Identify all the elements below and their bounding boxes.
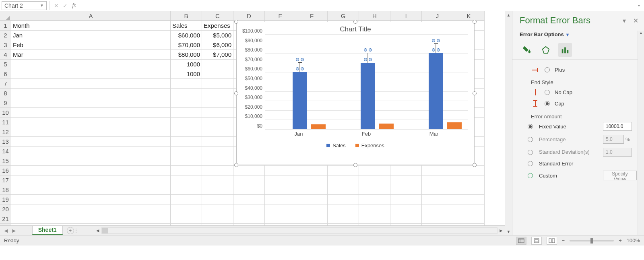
cell[interactable] bbox=[265, 175, 296, 185]
selection-handle[interactable] bbox=[301, 58, 304, 61]
cell[interactable] bbox=[453, 214, 485, 224]
radio-fixed[interactable] bbox=[528, 124, 533, 129]
cell[interactable] bbox=[390, 204, 422, 214]
row-header[interactable]: 1 bbox=[0, 21, 11, 31]
cell[interactable] bbox=[233, 175, 265, 185]
cell[interactable]: Month bbox=[11, 21, 171, 31]
cell[interactable] bbox=[359, 185, 390, 195]
horizontal-scrollbar[interactable]: ◄ ► bbox=[94, 226, 505, 235]
resize-handle[interactable] bbox=[473, 91, 477, 95]
row-header[interactable]: 3 bbox=[0, 40, 11, 50]
cell[interactable]: $7,000 bbox=[202, 50, 233, 60]
cell[interactable] bbox=[422, 214, 453, 224]
normal-view-button[interactable] bbox=[516, 237, 526, 245]
cell[interactable] bbox=[296, 195, 328, 204]
cell[interactable] bbox=[11, 60, 171, 69]
specify-value-button[interactable]: Specify Value bbox=[603, 171, 637, 180]
selection-handle[interactable] bbox=[301, 67, 304, 70]
column-header[interactable]: F bbox=[296, 11, 328, 21]
fx-icon[interactable]: fx bbox=[70, 1, 78, 10]
cell[interactable]: $5,000 bbox=[202, 31, 233, 40]
direction-plus-option[interactable]: Plus bbox=[531, 66, 637, 74]
radio-stderr[interactable] bbox=[528, 161, 533, 166]
format-pane-subtitle[interactable]: Error Bar Options▾ bbox=[520, 31, 638, 37]
cell[interactable] bbox=[171, 185, 202, 195]
cell[interactable] bbox=[359, 166, 390, 175]
cell[interactable] bbox=[202, 137, 233, 147]
selection-handle[interactable] bbox=[296, 58, 299, 61]
selection-handle[interactable] bbox=[369, 58, 372, 61]
name-box[interactable]: Chart 2 ▼ bbox=[2, 1, 47, 10]
cell[interactable] bbox=[171, 137, 202, 147]
cell[interactable] bbox=[328, 195, 359, 204]
row-header[interactable]: 19 bbox=[0, 195, 11, 204]
selection-handle[interactable] bbox=[369, 48, 372, 52]
cell[interactable] bbox=[359, 214, 390, 224]
cell[interactable]: 1000 bbox=[171, 69, 202, 79]
cell[interactable] bbox=[171, 98, 202, 108]
selection-handle[interactable] bbox=[364, 48, 367, 52]
radio[interactable] bbox=[545, 101, 550, 106]
zoom-out-button[interactable]: − bbox=[562, 237, 565, 243]
cell[interactable] bbox=[422, 185, 453, 195]
cell[interactable] bbox=[359, 195, 390, 204]
cell[interactable] bbox=[171, 118, 202, 127]
fill-line-tab[interactable] bbox=[520, 43, 533, 57]
cell[interactable]: Feb bbox=[11, 40, 171, 50]
cell[interactable] bbox=[11, 127, 171, 137]
bar-options-tab[interactable] bbox=[558, 43, 572, 57]
cell[interactable] bbox=[296, 204, 328, 214]
error-bar[interactable] bbox=[436, 44, 436, 54]
zoom-level[interactable]: 100% bbox=[627, 237, 640, 243]
cell[interactable] bbox=[11, 79, 171, 89]
cell[interactable] bbox=[11, 214, 171, 224]
cell[interactable] bbox=[11, 89, 171, 98]
column-header[interactable]: J bbox=[422, 11, 453, 21]
effects-tab[interactable] bbox=[539, 43, 553, 57]
bar-expenses[interactable] bbox=[447, 122, 462, 129]
row-header[interactable]: 5 bbox=[0, 60, 11, 69]
zoom-slider-knob[interactable] bbox=[590, 238, 593, 243]
selection-handle[interactable] bbox=[432, 39, 435, 42]
cell[interactable] bbox=[171, 156, 202, 166]
percentage-input[interactable] bbox=[603, 135, 624, 144]
embedded-chart[interactable]: Chart Title $0$10,000$20,000$30,000$40,0… bbox=[236, 22, 475, 165]
scroll-thumb[interactable] bbox=[102, 228, 108, 233]
row-header[interactable]: 6 bbox=[0, 69, 11, 79]
row-header[interactable]: 7 bbox=[0, 79, 11, 89]
cell[interactable] bbox=[11, 185, 171, 195]
cell[interactable] bbox=[265, 185, 296, 195]
cell[interactable] bbox=[453, 204, 485, 214]
chart-plot-area[interactable]: $0$10,000$20,000$30,000$40,000$50,000$60… bbox=[265, 34, 468, 129]
cell[interactable] bbox=[328, 166, 359, 175]
cell[interactable]: Sales bbox=[171, 21, 202, 31]
cell[interactable] bbox=[422, 195, 453, 204]
cell[interactable] bbox=[328, 175, 359, 185]
cell[interactable] bbox=[265, 214, 296, 224]
zoom-in-button[interactable]: + bbox=[619, 237, 622, 243]
stddev-input[interactable] bbox=[603, 148, 632, 157]
resize-handle[interactable] bbox=[473, 20, 477, 24]
row-header[interactable]: 18 bbox=[0, 185, 11, 195]
tab-splitter[interactable]: ⋮ bbox=[74, 226, 78, 235]
cell[interactable] bbox=[11, 137, 171, 147]
sheet-nav-prev-icon[interactable]: ◄ bbox=[3, 227, 9, 234]
selection-handle[interactable] bbox=[437, 39, 440, 42]
cell[interactable] bbox=[202, 98, 233, 108]
scroll-down-icon[interactable]: ▼ bbox=[505, 228, 512, 235]
cell[interactable] bbox=[233, 195, 265, 204]
cell[interactable] bbox=[359, 175, 390, 185]
cell[interactable] bbox=[233, 166, 265, 175]
row-header[interactable]: 14 bbox=[0, 147, 11, 156]
resize-handle[interactable] bbox=[473, 163, 477, 167]
cell[interactable] bbox=[202, 185, 233, 195]
cell[interactable] bbox=[202, 147, 233, 156]
sheet-nav-next-icon[interactable]: ► bbox=[11, 227, 17, 234]
cell[interactable] bbox=[202, 108, 233, 118]
cell[interactable] bbox=[328, 204, 359, 214]
resize-handle[interactable] bbox=[353, 20, 357, 24]
cell[interactable] bbox=[390, 214, 422, 224]
cell[interactable] bbox=[202, 118, 233, 127]
cell[interactable] bbox=[265, 166, 296, 175]
cell[interactable] bbox=[328, 214, 359, 224]
